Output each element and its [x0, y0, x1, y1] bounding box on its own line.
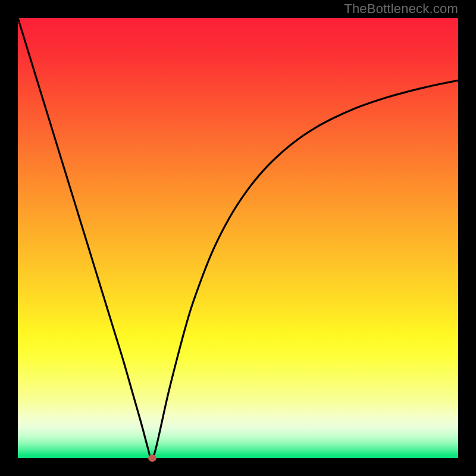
- watermark-label: TheBottleneck.com: [344, 0, 458, 18]
- chart-frame: TheBottleneck.com: [0, 0, 476, 476]
- optimal-point-marker: [148, 455, 156, 462]
- bottleneck-curve: [18, 18, 458, 458]
- plot-area: [18, 18, 458, 458]
